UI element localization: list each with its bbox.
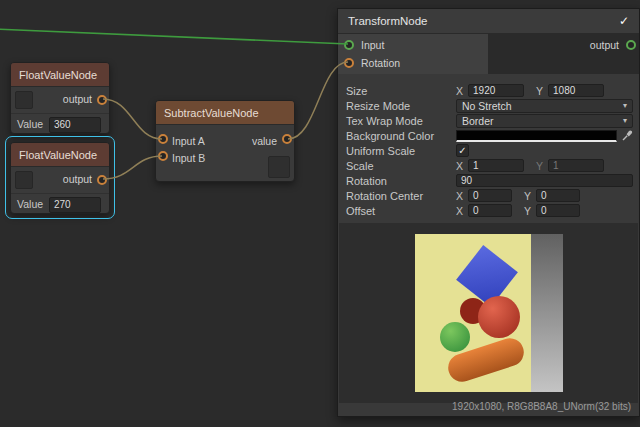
rotation-center-label: Rotation Center — [346, 190, 456, 202]
chevron-down-icon: ▾ — [623, 116, 627, 125]
value-output-port-icon[interactable] — [282, 134, 292, 144]
node-title[interactable]: FloatValueNode — [11, 63, 109, 87]
node-graph-canvas[interactable]: FloatValueNode output Value 360 FloatVal… — [0, 0, 640, 427]
node-title[interactable]: FloatValueNode — [11, 143, 109, 167]
scale-x-field[interactable]: 1 — [468, 159, 524, 172]
output-port-label: output — [590, 39, 619, 51]
offset-x-field[interactable]: 0 — [468, 204, 512, 217]
check-icon: ✓ — [458, 146, 466, 156]
output-port-label: output — [63, 93, 92, 105]
dropdown-value: No Stretch — [462, 100, 512, 112]
color-swatch[interactable] — [456, 130, 617, 142]
x-axis-label: X — [456, 205, 463, 217]
enabled-check-icon[interactable]: ✓ — [619, 14, 629, 28]
output-port-icon[interactable] — [97, 175, 107, 185]
size-row: Size X 1920 Y 1080 — [338, 83, 639, 98]
port-strip: Input Rotation output — [338, 34, 639, 74]
input-ports-box: Input Rotation — [338, 34, 488, 74]
preview-caption: 1920x1080, R8G8B8A8_UNorm(32 bits) — [452, 401, 631, 412]
scale-row: Scale X 1 Y 1 — [338, 158, 639, 173]
panel-title: TransformNode — [348, 15, 427, 27]
output-port-label: output — [63, 173, 92, 185]
properties-section: Size X 1920 Y 1080 Resize Mode No Stretc… — [338, 74, 639, 218]
output-port-icon[interactable] — [97, 95, 107, 105]
value-field[interactable]: 360 — [49, 117, 101, 133]
resize-mode-label: Resize Mode — [346, 100, 456, 112]
transform-node-panel[interactable]: TransformNode ✓ Input Rotation output — [337, 8, 640, 417]
node-body: Input A Input B value — [156, 125, 294, 182]
panel-header[interactable]: TransformNode ✓ — [338, 9, 639, 34]
rotation-label: Rotation — [346, 175, 456, 187]
x-axis-label: X — [456, 190, 463, 202]
preview-image — [415, 234, 563, 392]
uniform-scale-label: Uniform Scale — [346, 145, 456, 157]
rotation-row: Rotation 90 — [338, 173, 639, 188]
input-port-label: Input — [361, 39, 384, 51]
eyedropper-icon[interactable] — [622, 130, 633, 141]
wire-input[interactable] — [0, 29, 348, 44]
y-axis-label: Y — [536, 85, 543, 97]
background-color-row: Background Color — [338, 128, 639, 143]
rotation-center-y-field[interactable]: 0 — [536, 189, 580, 202]
input-b-port-icon[interactable] — [158, 151, 168, 161]
value-label: Value — [17, 118, 43, 130]
tex-wrap-mode-dropdown[interactable]: Border ▾ — [456, 114, 633, 128]
offset-row: Offset X 0 Y 0 — [338, 203, 639, 218]
scale-label: Scale — [346, 160, 456, 172]
wire-float1-to-input-a[interactable] — [103, 99, 162, 139]
node-preview-thumb — [15, 171, 33, 189]
value-row: Value 270 — [11, 193, 109, 215]
node-title[interactable]: SubtractValueNode — [156, 101, 294, 125]
value-label: Value — [17, 198, 43, 210]
node-preview-thumb — [268, 156, 290, 178]
size-y-field[interactable]: 1080 — [548, 84, 604, 97]
x-axis-label: X — [456, 160, 463, 172]
subtract-value-node[interactable]: SubtractValueNode Input A Input B value — [155, 100, 295, 182]
chevron-down-icon: ▾ — [623, 101, 627, 110]
offset-label: Offset — [346, 205, 456, 217]
uniform-scale-row: Uniform Scale ✓ — [338, 143, 639, 158]
resize-mode-row: Resize Mode No Stretch ▾ — [338, 98, 639, 113]
preview-area — [339, 223, 638, 403]
output-row: output — [11, 167, 109, 193]
uniform-scale-checkbox[interactable]: ✓ — [456, 144, 469, 157]
scale-y-field: 1 — [548, 159, 604, 172]
rotation-center-row: Rotation Center X 0 Y 0 — [338, 188, 639, 203]
offset-y-field[interactable]: 0 — [536, 204, 580, 217]
input-a-label: Input A — [172, 135, 205, 147]
rotation-center-x-field[interactable]: 0 — [468, 189, 512, 202]
output-port-icon[interactable] — [626, 40, 636, 50]
value-output-label: value — [252, 135, 277, 147]
rotation-port-label: Rotation — [361, 57, 400, 69]
dropdown-value: Border — [462, 115, 494, 127]
rotation-port-icon[interactable] — [344, 58, 354, 68]
output-row: output — [11, 87, 109, 113]
x-axis-label: X — [456, 85, 463, 97]
resize-mode-dropdown[interactable]: No Stretch ▾ — [456, 99, 633, 113]
rotation-field[interactable]: 90 — [456, 174, 633, 187]
size-x-field[interactable]: 1920 — [468, 84, 524, 97]
wire-float2-to-input-b[interactable] — [103, 156, 162, 179]
tex-wrap-mode-label: Tex Wrap Mode — [346, 115, 456, 127]
node-preview-thumb — [15, 91, 33, 109]
size-label: Size — [346, 85, 456, 97]
background-color-label: Background Color — [346, 130, 456, 142]
float-value-node-2[interactable]: FloatValueNode output Value 270 — [10, 142, 110, 214]
y-axis-label: Y — [524, 190, 531, 202]
input-port-icon[interactable] — [344, 40, 354, 50]
float-value-node-1[interactable]: FloatValueNode output Value 360 — [10, 62, 110, 134]
y-axis-label: Y — [536, 160, 543, 172]
value-row: Value 360 — [11, 113, 109, 135]
input-b-label: Input B — [172, 152, 205, 164]
value-field[interactable]: 270 — [49, 197, 101, 213]
input-a-port-icon[interactable] — [158, 134, 168, 144]
y-axis-label: Y — [524, 205, 531, 217]
tex-wrap-mode-row: Tex Wrap Mode Border ▾ — [338, 113, 639, 128]
